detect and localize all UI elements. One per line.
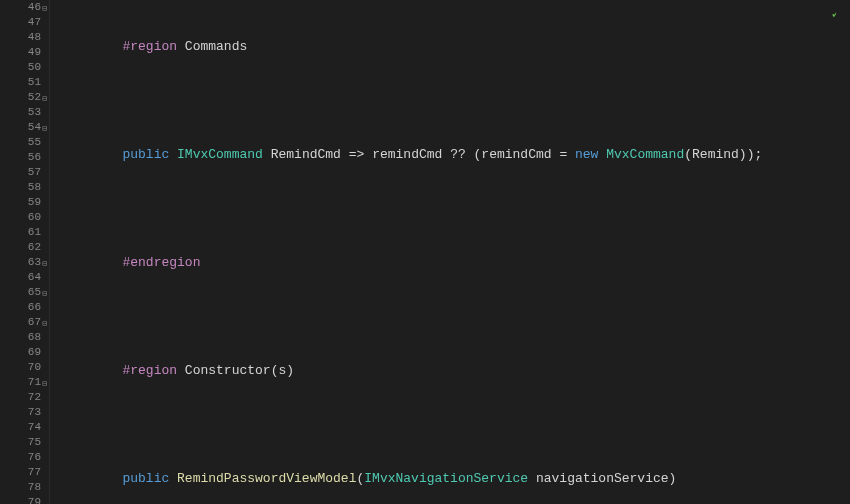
line-number[interactable]: 74 xyxy=(4,420,41,435)
code-line[interactable] xyxy=(60,201,850,216)
code-line[interactable]: #endregion xyxy=(60,255,850,270)
fold-toggle-icon[interactable]: ⊟ xyxy=(37,286,47,296)
code-line[interactable]: public IMvxCommand RemindCmd => remindCm… xyxy=(60,147,850,162)
code-editor[interactable]: ✓ 46⊟474849505152⊟5354⊟55565758596061626… xyxy=(0,0,850,504)
line-number[interactable]: 51 xyxy=(4,75,41,90)
line-number[interactable]: 70 xyxy=(4,360,41,375)
line-number[interactable]: 47 xyxy=(4,15,41,30)
line-number[interactable]: 59 xyxy=(4,195,41,210)
fold-toggle-icon[interactable]: ⊟ xyxy=(37,256,47,266)
fold-toggle-icon[interactable]: ⊟ xyxy=(37,1,47,11)
line-number[interactable]: 62 xyxy=(4,240,41,255)
line-number[interactable]: 67⊟ xyxy=(4,315,41,330)
line-number[interactable]: 77 xyxy=(4,465,41,480)
line-number[interactable]: 79 xyxy=(4,495,41,504)
line-number[interactable]: 75 xyxy=(4,435,41,450)
line-number[interactable]: 54⊟ xyxy=(4,120,41,135)
line-number[interactable]: 60 xyxy=(4,210,41,225)
fold-toggle-icon[interactable]: ⊟ xyxy=(37,316,47,326)
line-number[interactable]: 58 xyxy=(4,180,41,195)
line-number[interactable]: 66 xyxy=(4,300,41,315)
code-line[interactable]: #region Commands xyxy=(60,39,850,54)
line-number[interactable]: 63⊟ xyxy=(4,255,41,270)
code-line[interactable] xyxy=(60,93,850,108)
line-number[interactable]: 55 xyxy=(4,135,41,150)
fold-toggle-icon[interactable]: ⊟ xyxy=(37,91,47,101)
line-number[interactable]: 49 xyxy=(4,45,41,60)
line-number[interactable]: 48 xyxy=(4,30,41,45)
line-number[interactable]: 52⊟ xyxy=(4,90,41,105)
line-number[interactable]: 76 xyxy=(4,450,41,465)
fold-toggle-icon[interactable]: ⊟ xyxy=(37,121,47,131)
line-number[interactable]: 65⊟ xyxy=(4,285,41,300)
line-number[interactable]: 71⊟ xyxy=(4,375,41,390)
line-number[interactable]: 78 xyxy=(4,480,41,495)
line-number[interactable]: 53 xyxy=(4,105,41,120)
line-number[interactable]: 56 xyxy=(4,150,41,165)
line-number-gutter[interactable]: 46⊟474849505152⊟5354⊟555657585960616263⊟… xyxy=(0,0,50,504)
code-content-area[interactable]: #region Commands public IMvxCommand Remi… xyxy=(50,0,850,504)
line-number[interactable]: 57 xyxy=(4,165,41,180)
line-number[interactable]: 73 xyxy=(4,405,41,420)
code-line[interactable]: public RemindPasswordViewModel(IMvxNavig… xyxy=(60,471,850,486)
fold-toggle-icon[interactable]: ⊟ xyxy=(37,376,47,386)
line-number[interactable]: 72 xyxy=(4,390,41,405)
code-line[interactable] xyxy=(60,417,850,432)
line-number[interactable]: 64 xyxy=(4,270,41,285)
line-number[interactable]: 68 xyxy=(4,330,41,345)
line-number[interactable]: 61 xyxy=(4,225,41,240)
line-number[interactable]: 46⊟ xyxy=(4,0,41,15)
code-line[interactable]: #region Constructor(s) xyxy=(60,363,850,378)
line-number[interactable]: 69 xyxy=(4,345,41,360)
vertical-scrollbar[interactable] xyxy=(836,0,850,504)
code-line[interactable] xyxy=(60,309,850,324)
line-number[interactable]: 50 xyxy=(4,60,41,75)
